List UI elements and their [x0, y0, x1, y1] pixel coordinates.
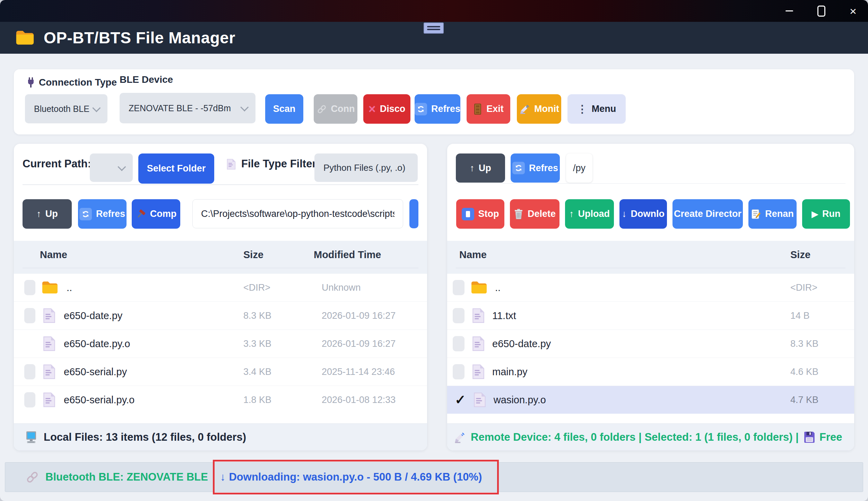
link-icon: [316, 104, 327, 114]
row-checkbox[interactable]: [453, 336, 465, 351]
refresh-icon: [415, 103, 427, 115]
table-row[interactable]: .. <DIR> Unknown: [14, 274, 427, 301]
remote-table-header: Name Size: [447, 241, 854, 274]
table-row[interactable]: main.py 4.6 KB: [447, 358, 854, 386]
download-highlight-box: ↓ Downloading: wasion.py.o - 500 B / 4.6…: [213, 460, 499, 494]
row-checkbox[interactable]: [24, 364, 35, 379]
file-icon: [472, 336, 485, 351]
remote-refresh-button[interactable]: Refres: [511, 153, 560, 183]
local-path-input[interactable]: [192, 199, 403, 228]
select-folder-button[interactable]: Select Folder: [138, 153, 214, 184]
file-icon: [472, 308, 485, 323]
download-status-text: ↓ Downloading: wasion.py.o - 500 B / 4.6…: [220, 471, 482, 483]
remote-files-panel: ↑Up Refres /py Stop Delete ↑ Upload: [447, 144, 854, 450]
stop-icon: [462, 208, 474, 220]
computer-icon: [24, 430, 38, 444]
compile-button[interactable]: Comp: [132, 199, 180, 229]
file-icon: [472, 364, 485, 379]
up-arrow-icon: ↑: [36, 209, 41, 219]
remote-path-display[interactable]: /py: [566, 153, 592, 183]
down-arrow-icon: ↓: [220, 471, 226, 483]
upload-button[interactable]: ↑ Upload: [565, 199, 614, 229]
status-bar: Bluetooth BLE: ZENOVATE BLE ↓ Downloadin…: [5, 462, 863, 492]
refresh-button[interactable]: Refres: [415, 94, 460, 124]
close-button[interactable]: ×: [847, 5, 859, 17]
connection-type-select[interactable]: Bluetooth BLE: [25, 94, 107, 123]
divider: [456, 183, 845, 184]
row-checkbox[interactable]: [453, 308, 465, 323]
folder-icon: [42, 280, 58, 295]
go-button[interactable]: [409, 199, 418, 228]
check-icon: ✓: [455, 392, 466, 407]
maximize-button[interactable]: [815, 5, 827, 17]
local-file-list: .. <DIR> Unknown e650-date.py 8.3 KB 202…: [14, 274, 427, 414]
file-icon: [43, 336, 55, 351]
path-history-select[interactable]: [90, 153, 133, 182]
remote-up-button[interactable]: ↑Up: [456, 153, 505, 183]
row-checkbox[interactable]: [24, 392, 35, 407]
table-row[interactable]: e650-serial.py 3.4 KB 2025-11-14 23:46: [14, 358, 427, 386]
app-title: OP-BT/BTS File Manager: [44, 28, 235, 47]
menu-button[interactable]: ⋮ Menu: [567, 94, 626, 124]
download-button[interactable]: ↓ Downlo: [619, 199, 667, 229]
refresh-icon: [79, 208, 92, 220]
title-bar: ×: [0, 0, 868, 22]
file-type-filter-select[interactable]: Python Files (.py, .o): [314, 153, 418, 182]
create-directory-button[interactable]: Create Director: [672, 199, 743, 229]
down-arrow-icon: ↓: [622, 209, 627, 219]
run-button[interactable]: ▶ Run: [802, 199, 850, 229]
current-path-label: Current Path:: [23, 158, 91, 170]
local-refresh-button[interactable]: Refres: [78, 199, 127, 229]
local-files-panel: Current Path: Select Folder File Type Fi…: [14, 144, 427, 450]
file-type-filter-label: File Type Filter: [241, 158, 316, 170]
table-row[interactable]: 11.txt 14 B: [447, 301, 854, 329]
collapsed-widget-icon[interactable]: [424, 23, 444, 34]
up-arrow-icon: ↑: [470, 163, 475, 174]
local-up-button[interactable]: ↑Up: [23, 199, 72, 229]
row-checkbox[interactable]: [453, 364, 465, 379]
plug-icon: [27, 77, 35, 88]
floppy-disk-icon: [804, 431, 815, 443]
app-window: × OP-BT/BTS File Manager Connection Type…: [0, 0, 868, 501]
delete-button[interactable]: Delete: [510, 199, 559, 229]
folder-icon: [471, 280, 487, 295]
table-row[interactable]: e650-date.py 8.3 KB: [447, 329, 854, 358]
connect-button[interactable]: Conn: [314, 94, 357, 124]
chevron-down-icon: [118, 162, 126, 171]
row-checkbox[interactable]: [24, 308, 35, 323]
folder-icon: [15, 29, 35, 46]
memo-pencil-icon: [751, 209, 761, 219]
minimize-button[interactable]: [783, 5, 795, 17]
row-checkbox[interactable]: [453, 280, 465, 295]
table-row[interactable]: e650-serial.py.o 1.8 KB 2026-01-08 12:33: [14, 386, 427, 414]
ble-device-select[interactable]: ZENOVATE BLE - -57dBm: [120, 93, 255, 123]
scan-button[interactable]: Scan: [265, 94, 303, 124]
satellite-icon: [519, 104, 530, 115]
row-checkbox[interactable]: [24, 280, 35, 295]
rename-button[interactable]: Renan: [748, 199, 797, 229]
connection-toolbar: Connection Type BLE Device Bluetooth BLE…: [14, 69, 854, 134]
stop-button[interactable]: Stop: [456, 199, 504, 229]
document-icon: [227, 158, 236, 170]
file-icon: [43, 392, 55, 407]
app-header: OP-BT/BTS File Manager: [0, 22, 868, 54]
connection-status-text: Bluetooth BLE: ZENOVATE BLE: [45, 471, 208, 483]
local-files-summary: Local Files: 13 items (12 files, 0 folde…: [14, 423, 427, 450]
hammer-icon: [136, 209, 146, 219]
chevron-down-icon: [92, 104, 101, 112]
trash-icon: [514, 209, 523, 220]
ble-device-label: BLE Device: [120, 74, 173, 85]
connection-type-label: Connection Type: [27, 77, 117, 88]
satellite-icon: [453, 430, 466, 444]
monitor-button[interactable]: Monit: [517, 94, 561, 124]
link-icon: [25, 470, 39, 484]
table-row[interactable]: e650-date.py 8.3 KB 2026-01-09 16:27: [14, 301, 427, 329]
table-row-selected[interactable]: ✓ wasion.py.o 4.7 KB: [447, 386, 854, 414]
table-row[interactable]: e650-date.py.o 3.3 KB 2026-01-09 16:27: [14, 329, 427, 358]
table-row[interactable]: .. <DIR>: [447, 274, 854, 301]
disconnect-button[interactable]: × Disco: [363, 94, 410, 124]
exit-button[interactable]: Exit: [467, 94, 510, 124]
remote-file-list: .. <DIR> 11.txt 14 B e650-date.py 8.3 KB: [447, 274, 854, 414]
file-icon: [43, 364, 55, 379]
up-arrow-icon: ↑: [569, 209, 574, 219]
